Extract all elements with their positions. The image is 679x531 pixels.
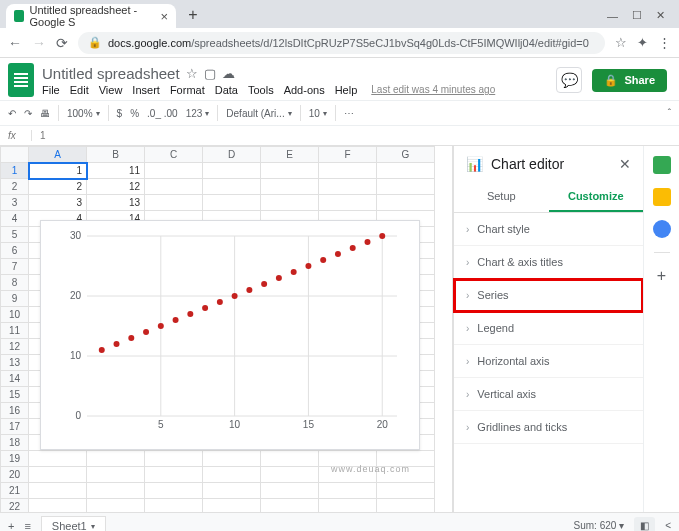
url-input[interactable]: 🔒 docs.google.com/spreadsheets/d/12lsDIt… [78,32,605,54]
undo-icon[interactable]: ↶ [8,108,16,119]
svg-point-23 [202,305,208,311]
address-bar: ← → ⟳ 🔒 docs.google.com/spreadsheets/d/1… [0,28,679,58]
window-controls: — ☐ ✕ [607,9,679,28]
print-icon[interactable]: 🖶 [40,108,50,119]
sum-indicator[interactable]: Sum: 620 ▾ [574,520,625,531]
cloud-icon[interactable]: ☁ [222,66,235,81]
extensions-icon[interactable]: ✦ [637,35,648,50]
chevron-right-icon: › [466,422,469,433]
tasks-icon[interactable] [653,220,671,238]
forward-icon[interactable]: → [32,35,46,51]
back-icon[interactable]: ← [8,35,22,51]
comments-button[interactable]: 💬 [556,67,582,93]
chevron-right-icon: › [466,290,469,301]
browser-menu-icon[interactable]: ⋮ [658,35,671,50]
svg-point-22 [187,311,193,317]
percent-button[interactable]: % [130,108,139,119]
close-editor-icon[interactable]: ✕ [619,156,631,172]
browser-titlebar: Untitled spreadsheet - Google S × + — ☐ … [0,0,679,28]
svg-point-35 [379,233,385,239]
section-series[interactable]: ›Series [454,279,643,312]
menu-insert[interactable]: Insert [132,84,160,96]
font-select[interactable]: Default (Ari...▾ [226,108,291,119]
reload-icon[interactable]: ⟳ [56,35,68,51]
svg-point-28 [276,275,282,281]
side-panel-toggle[interactable]: < [665,520,671,531]
svg-point-24 [217,299,223,305]
all-sheets-button[interactable]: ≡ [24,520,30,532]
add-sheet-button[interactable]: + [8,520,14,532]
section-legend[interactable]: ›Legend [454,312,643,345]
section-gridlines-and-ticks[interactable]: ›Gridlines and ticks [454,411,643,444]
section-horizontal-axis[interactable]: ›Horizontal axis [454,345,643,378]
sheet-tab[interactable]: Sheet1 ▾ [41,516,106,531]
svg-text:5: 5 [158,419,164,430]
menu-addons[interactable]: Add-ons [284,84,325,96]
sheet-tab-menu-icon[interactable]: ▾ [91,522,95,531]
url-host: docs.google.com [108,37,191,49]
number-format-select[interactable]: 123▾ [186,108,210,119]
svg-point-33 [350,245,356,251]
last-edit-link[interactable]: Last edit was 4 minutes ago [371,84,495,95]
move-icon[interactable]: ▢ [204,66,216,81]
share-label: Share [624,74,655,86]
side-panel-rail: + [643,146,679,512]
menu-file[interactable]: File [42,84,60,96]
new-tab-button[interactable]: + [182,4,204,26]
tab-setup[interactable]: Setup [454,182,549,212]
share-button[interactable]: 🔒 Share [592,69,667,92]
tab-customize[interactable]: Customize [549,182,644,212]
section-vertical-axis[interactable]: ›Vertical axis [454,378,643,411]
sheet-tab-label: Sheet1 [52,520,87,531]
star-icon[interactable]: ☆ [615,35,627,50]
chart-editor-icon: 📊 [466,156,483,172]
redo-icon[interactable]: ↷ [24,108,32,119]
svg-point-29 [291,269,297,275]
menu-edit[interactable]: Edit [70,84,89,96]
chevron-right-icon: › [466,389,469,400]
doc-title[interactable]: Untitled spreadsheet [42,65,180,82]
collapse-toolbar-icon[interactable]: ˆ [668,108,671,119]
tab-title: Untitled spreadsheet - Google S [30,4,155,28]
add-panel-icon[interactable]: + [657,267,666,285]
svg-point-20 [158,323,164,329]
decimals-button[interactable]: .0_ .00 [147,108,178,119]
svg-point-25 [232,293,238,299]
currency-button[interactable]: $ [117,108,123,119]
formula-bar[interactable]: fx 1 [0,126,679,146]
menu-data[interactable]: Data [215,84,238,96]
font-size-select[interactable]: 10▾ [309,108,327,119]
menu-bar: File Edit View Insert Format Data Tools … [42,84,495,96]
menu-tools[interactable]: Tools [248,84,274,96]
star-doc-icon[interactable]: ☆ [186,66,198,81]
explore-button[interactable]: ◧ [634,517,655,531]
sheets-logo-icon[interactable] [8,63,34,97]
more-tools-icon[interactable]: ⋯ [344,108,354,119]
browser-tab[interactable]: Untitled spreadsheet - Google S × [6,4,176,28]
embedded-chart[interactable]: 01020305101520 [40,220,420,450]
menu-help[interactable]: Help [335,84,358,96]
svg-point-18 [128,335,134,341]
spreadsheet-grid[interactable]: ABCDEFG111122123313441456789101112131415… [0,146,453,512]
minimize-icon[interactable]: — [607,10,618,22]
keep-icon[interactable] [653,188,671,206]
section-chart-axis-titles[interactable]: ›Chart & axis titles [454,246,643,279]
svg-point-26 [246,287,252,293]
close-tab-icon[interactable]: × [160,9,168,24]
close-window-icon[interactable]: ✕ [656,9,665,22]
svg-point-30 [305,263,311,269]
menu-format[interactable]: Format [170,84,205,96]
calendar-icon[interactable] [653,156,671,174]
chevron-right-icon: › [466,224,469,235]
menu-view[interactable]: View [99,84,123,96]
zoom-select[interactable]: 100%▾ [67,108,100,119]
svg-point-31 [320,257,326,263]
maximize-icon[interactable]: ☐ [632,9,642,22]
section-chart-style[interactable]: ›Chart style [454,213,643,246]
svg-point-21 [173,317,179,323]
svg-text:0: 0 [75,410,81,421]
scatter-chart: 01020305101520 [69,229,409,431]
fx-label: fx [8,130,32,141]
svg-text:30: 30 [70,230,82,241]
svg-point-17 [114,341,120,347]
